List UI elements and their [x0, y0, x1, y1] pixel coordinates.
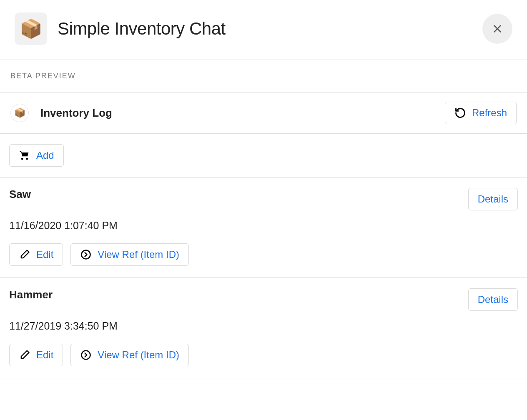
- svg-point-4: [82, 351, 90, 360]
- divider: [0, 378, 527, 378]
- header-left: 📦 Simple Inventory Chat: [15, 12, 226, 45]
- app-title: Simple Inventory Chat: [58, 19, 226, 39]
- view-ref-button[interactable]: View Ref (Item ID): [70, 243, 189, 266]
- inventory-log-header: 📦 Inventory Log Refresh: [0, 92, 527, 133]
- details-label: Details: [478, 294, 508, 305]
- view-ref-label: View Ref (Item ID): [98, 249, 179, 260]
- chevron-circle-right-icon: [80, 249, 92, 260]
- item-name: Hammer: [9, 288, 53, 301]
- cart-icon: [19, 150, 30, 161]
- add-label: Add: [36, 150, 54, 161]
- section-left: 📦 Inventory Log: [10, 104, 112, 122]
- details-button[interactable]: Details: [468, 288, 518, 311]
- view-ref-label: View Ref (Item ID): [98, 349, 179, 361]
- package-icon: 📦: [14, 108, 25, 118]
- add-button[interactable]: Add: [9, 144, 64, 167]
- refresh-icon: [454, 107, 466, 119]
- item-top: Hammer Details: [9, 288, 518, 311]
- inventory-item: Hammer Details 11/27/2019 3:34:50 PM Edi…: [0, 278, 527, 378]
- item-actions: Edit View Ref (Item ID): [9, 344, 518, 366]
- app-icon: 📦: [15, 12, 47, 45]
- section-title: Inventory Log: [40, 107, 112, 120]
- chevron-circle-right-icon: [80, 349, 92, 361]
- item-timestamp: 11/27/2019 3:34:50 PM: [9, 320, 518, 332]
- edit-button[interactable]: Edit: [9, 243, 63, 266]
- pencil-icon: [19, 349, 30, 361]
- edit-label: Edit: [36, 349, 53, 361]
- item-name: Saw: [9, 188, 31, 201]
- app-header: 📦 Simple Inventory Chat: [0, 0, 527, 60]
- beta-preview-label: BETA PREVIEW: [0, 60, 527, 92]
- item-top: Saw Details: [9, 188, 518, 210]
- package-icon: 📦: [20, 18, 43, 40]
- details-label: Details: [478, 193, 508, 205]
- edit-label: Edit: [36, 249, 53, 260]
- item-timestamp: 11/16/2020 1:07:40 PM: [9, 220, 518, 232]
- details-button[interactable]: Details: [468, 188, 518, 210]
- close-button[interactable]: [482, 14, 512, 44]
- svg-point-3: [82, 250, 90, 259]
- svg-rect-2: [23, 153, 26, 155]
- close-icon: [492, 23, 503, 34]
- edit-button[interactable]: Edit: [9, 344, 63, 366]
- log-icon-container: 📦: [10, 104, 29, 122]
- refresh-button[interactable]: Refresh: [445, 102, 517, 124]
- refresh-label: Refresh: [472, 107, 507, 119]
- item-actions: Edit View Ref (Item ID): [9, 243, 518, 266]
- view-ref-button[interactable]: View Ref (Item ID): [70, 344, 189, 366]
- add-row: Add: [0, 134, 527, 177]
- inventory-item: Saw Details 11/16/2020 1:07:40 PM Edit V…: [0, 178, 527, 278]
- pencil-icon: [19, 249, 30, 260]
